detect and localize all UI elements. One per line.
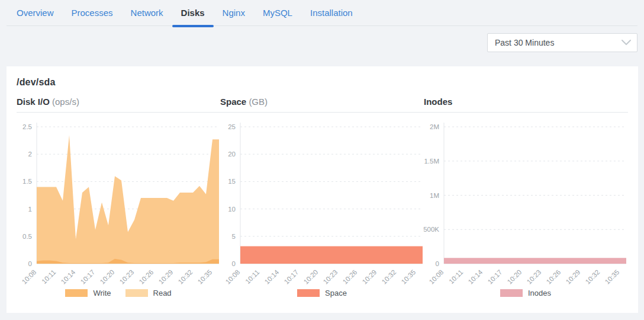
svg-text:10:32: 10:32 <box>177 268 194 286</box>
svg-text:1M: 1M <box>430 192 439 199</box>
svg-text:10:14: 10:14 <box>263 268 281 286</box>
svg-text:10:20: 10:20 <box>99 268 116 286</box>
svg-text:2: 2 <box>28 151 32 158</box>
svg-text:10:23: 10:23 <box>526 268 543 286</box>
svg-text:2.5: 2.5 <box>22 123 32 130</box>
svg-text:10:14: 10:14 <box>60 268 77 286</box>
svg-text:10:23: 10:23 <box>118 268 136 286</box>
svg-text:10:29: 10:29 <box>565 268 582 286</box>
toolbar: Past 30 Minutes <box>0 26 644 66</box>
legend-item: Write <box>65 289 111 297</box>
legend-label: Write <box>93 289 111 297</box>
legend-label: Inodes <box>528 289 551 297</box>
disk-io-plot: 00.511.522.510:0810:1110:1410:1710:2010:… <box>17 119 220 286</box>
svg-text:10:35: 10:35 <box>197 268 214 286</box>
svg-text:15: 15 <box>228 178 236 185</box>
svg-text:10:11: 10:11 <box>244 268 260 285</box>
svg-text:10:35: 10:35 <box>604 268 621 286</box>
svg-text:0.5: 0.5 <box>22 233 32 240</box>
space-legend: Space <box>220 287 424 299</box>
svg-text:10:23: 10:23 <box>322 268 339 286</box>
legend-label: Space <box>325 289 347 297</box>
svg-text:10:29: 10:29 <box>157 268 175 286</box>
time-range-value: Past 30 Minutes <box>495 38 554 47</box>
svg-text:25: 25 <box>228 123 236 130</box>
svg-text:10:26: 10:26 <box>138 268 155 286</box>
svg-text:10:11: 10:11 <box>40 268 57 285</box>
svg-text:10:26: 10:26 <box>342 268 359 286</box>
svg-text:10: 10 <box>228 206 236 213</box>
svg-text:10:20: 10:20 <box>302 268 320 286</box>
inodes-chart: 0500K1M1.5M2M10:0810:1110:1410:1710:2010… <box>424 119 627 299</box>
svg-text:10:08: 10:08 <box>428 268 445 286</box>
svg-text:1.5M: 1.5M <box>424 158 439 165</box>
svg-text:10:32: 10:32 <box>584 268 601 286</box>
svg-text:10:17: 10:17 <box>487 268 504 286</box>
inodes-title: Inodes <box>424 97 627 107</box>
tab-mysql[interactable]: MySQL <box>254 0 301 26</box>
space-chart: 051015202510:0810:1110:1410:1710:2010:23… <box>220 119 424 299</box>
tab-installation[interactable]: Installation <box>301 0 362 26</box>
svg-text:10:17: 10:17 <box>283 268 300 286</box>
tab-network[interactable]: Network <box>122 0 172 26</box>
legend-item: Space <box>297 289 347 297</box>
svg-text:0: 0 <box>28 260 32 267</box>
svg-text:5: 5 <box>232 233 236 240</box>
tab-bar: Overview Processes Network Disks Nginx M… <box>7 0 637 26</box>
legend-label: Read <box>153 289 172 297</box>
legend-item: Read <box>125 289 172 297</box>
time-range-select[interactable]: Past 30 Minutes <box>487 33 637 52</box>
device-panel: /dev/sda Disk I/O (ops/s) Space (GB) Ino… <box>7 66 638 313</box>
disk-io-chart: 00.511.522.510:0810:1110:1410:1710:2010:… <box>17 119 220 299</box>
svg-text:10:32: 10:32 <box>381 268 398 286</box>
svg-text:1: 1 <box>28 206 32 213</box>
svg-text:2M: 2M <box>430 123 439 130</box>
panel-title: /dev/sda <box>17 77 628 88</box>
svg-text:10:20: 10:20 <box>506 268 523 286</box>
svg-text:10:08: 10:08 <box>21 268 38 286</box>
svg-text:10:29: 10:29 <box>361 268 378 286</box>
chart-titles-row: Disk I/O (ops/s) Space (GB) Inodes <box>17 97 628 113</box>
legend-swatch <box>65 289 88 297</box>
svg-text:0: 0 <box>436 260 439 267</box>
inodes-plot: 0500K1M1.5M2M10:0810:1110:1410:1710:2010… <box>424 119 627 286</box>
disk-io-legend: WriteRead <box>17 287 220 299</box>
tab-processes[interactable]: Processes <box>63 0 122 26</box>
tab-disks[interactable]: Disks <box>172 0 214 26</box>
svg-text:500K: 500K <box>423 226 439 233</box>
space-title: Space (GB) <box>220 97 424 107</box>
space-plot: 051015202510:0810:1110:1410:1710:2010:23… <box>220 119 424 286</box>
legend-swatch <box>297 289 320 297</box>
tab-nginx[interactable]: Nginx <box>214 0 254 26</box>
svg-text:10:35: 10:35 <box>400 268 417 286</box>
svg-text:10:08: 10:08 <box>224 268 242 286</box>
svg-text:10:14: 10:14 <box>467 268 484 286</box>
legend-item: Inodes <box>500 289 551 297</box>
svg-text:10:26: 10:26 <box>545 268 562 286</box>
chevron-down-icon <box>622 40 631 46</box>
svg-text:1.5: 1.5 <box>22 178 32 185</box>
svg-text:10:11: 10:11 <box>447 268 464 285</box>
inodes-legend: Inodes <box>424 287 627 299</box>
svg-text:10:17: 10:17 <box>79 268 96 286</box>
tab-overview[interactable]: Overview <box>8 0 63 26</box>
legend-swatch <box>125 289 148 297</box>
legend-swatch <box>500 289 523 297</box>
charts-row: 00.511.522.510:0810:1110:1410:1710:2010:… <box>17 119 628 299</box>
disk-io-title: Disk I/O (ops/s) <box>17 97 220 107</box>
svg-text:0: 0 <box>232 260 236 267</box>
svg-text:20: 20 <box>228 151 236 158</box>
